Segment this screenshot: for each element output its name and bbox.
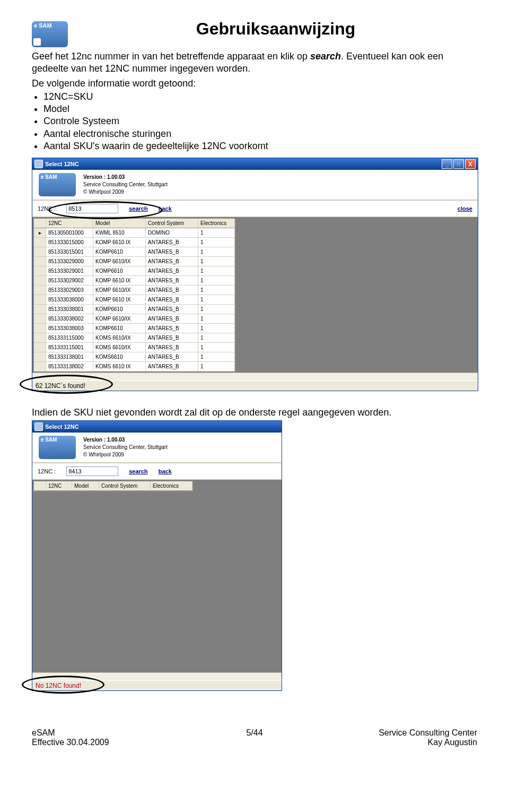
cell-sys: ANTARES_B (146, 286, 198, 295)
footer-left-1: eSAM (32, 728, 180, 738)
row-selector-icon[interactable] (34, 314, 46, 324)
col-header-model[interactable]: Model (93, 219, 146, 228)
row-selector-icon[interactable]: ▸ (34, 228, 46, 238)
info-bullet-list: 12NC=SKU Model Controle Systeem Aantal e… (43, 91, 477, 153)
cell-model: KOMP 6610/IX (93, 257, 146, 266)
cell-el: 1 (198, 247, 235, 257)
row-selector-icon[interactable] (34, 343, 46, 352)
cell-model: KOMP 6610 IX (93, 276, 146, 286)
row-selector-icon[interactable] (34, 286, 46, 295)
version-value: 1.00.03 (107, 174, 125, 180)
col-header-controlsystem[interactable]: Control System (99, 481, 151, 491)
intro-text-a: Geef het 12nc nummer in van het betreffe… (32, 51, 310, 62)
grid-header-row: 12NC Model Control System Electronics (34, 219, 235, 228)
col-header-electronics[interactable]: Electronics (151, 481, 192, 491)
cell-nc: 851333138002 (46, 362, 93, 372)
row-selector-icon[interactable] (34, 305, 46, 314)
table-row[interactable]: 851333015001KOMP6610ANTARES_B1 (34, 247, 235, 257)
footer-left-2: Effective 30.04.2009 (32, 738, 180, 747)
col-header-electronics[interactable]: Electronics (198, 219, 235, 228)
nc-label: 12NC : (38, 468, 56, 474)
cell-model: KOMP6610 (93, 324, 146, 333)
cell-sys: ANTARES_B (146, 305, 198, 314)
cell-sys: ANTARES_B (146, 324, 198, 333)
table-row[interactable]: 851333029001KOMP6610ANTARES_B1 (34, 266, 235, 276)
cell-el: 1 (198, 352, 235, 362)
back-link[interactable]: back (159, 205, 172, 212)
table-row[interactable]: 851333038002KOMP 6610/IXANTARES_B1 (34, 314, 235, 324)
page-footer: eSAM Effective 30.04.2009 5/44 Service C… (0, 723, 509, 768)
app-logo-icon: e SAM (39, 173, 76, 196)
cell-model: KOMP6610 (93, 266, 146, 276)
window-title: Select 12NC (45, 424, 279, 430)
cell-model: KOMS 6610 IX (93, 362, 146, 372)
col-header-12nc[interactable]: 12NC (46, 481, 72, 491)
table-row[interactable]: 851333029002KOMP 6610 IXANTARES_B1 (34, 276, 235, 286)
row-selector-icon[interactable] (34, 352, 46, 362)
cell-nc: 851333015001 (46, 247, 93, 257)
cell-sys: ANTARES_B (146, 257, 198, 266)
cell-sys: ANTARES_B (146, 314, 198, 324)
nc-input[interactable] (66, 204, 118, 213)
col-header-12nc[interactable]: 12NC (46, 219, 93, 228)
search-link[interactable]: search (129, 205, 147, 212)
cell-el: 1 (198, 266, 235, 276)
maximize-button[interactable]: □ (453, 159, 464, 169)
cell-model: KOMP 6610 IX (93, 295, 146, 305)
cell-sys: ANTARES_B (146, 238, 198, 247)
cell-nc: 851333038002 (46, 314, 93, 324)
cell-model: KOMS6610 (93, 352, 146, 362)
bullet-item: Aantal electronische sturingen (43, 128, 477, 140)
table-row[interactable]: 851333115000KOMS 6610/IXANTARES_B1 (34, 333, 235, 343)
cell-el: 1 (198, 333, 235, 343)
nc-input[interactable] (66, 467, 118, 476)
footer-page-number: 5/44 (180, 728, 329, 738)
row-selector-icon[interactable] (34, 266, 46, 276)
col-header-controlsystem[interactable]: Control System (146, 219, 198, 228)
col-header-model[interactable]: Model (72, 481, 99, 491)
page-title: Gebruiksaanwijzing (74, 19, 477, 39)
cell-el: 1 (198, 324, 235, 333)
table-row[interactable]: 851333015000KOMP 6610 IXANTARES_B1 (34, 238, 235, 247)
table-row[interactable]: 851333138002KOMS 6610 IXANTARES_B1 (34, 362, 235, 372)
table-row[interactable]: 851333138001KOMS6610ANTARES_B1 (34, 352, 235, 362)
cell-el: 1 (198, 238, 235, 247)
results-grid-empty: 12NC Model Control System Electronics (33, 481, 193, 491)
bullet-item: Aantal SKU's waarin de gedeeltelijke 12N… (43, 140, 477, 152)
close-link[interactable]: close (458, 205, 472, 212)
cell-sys: ANTARES_B (146, 276, 198, 286)
grid-header-row: 12NC Model Control System Electronics (34, 481, 192, 491)
cell-model: KWML 8510 (93, 228, 146, 238)
minimize-button[interactable]: _ (442, 159, 452, 169)
row-selector-icon[interactable] (34, 295, 46, 305)
results-grid: 12NC Model Control System Electronics ▸8… (33, 218, 235, 372)
cell-model: KOMP 6610/IX (93, 286, 146, 295)
row-selector-icon[interactable] (34, 324, 46, 333)
table-row[interactable]: 851333038003KOMP6610ANTARES_B1 (34, 324, 235, 333)
table-row[interactable]: 851333115001KOMS 6610/IXANTARES_B1 (34, 343, 235, 352)
cell-nc: 851333015000 (46, 238, 93, 247)
table-row[interactable]: 851333038000KOMP 6610 IXANTARES_B1 (34, 295, 235, 305)
row-selector-icon[interactable] (34, 362, 46, 372)
row-selector-icon[interactable] (34, 238, 46, 247)
close-button[interactable]: X (465, 159, 476, 169)
status-bar-none: No 12NC found! (32, 680, 282, 690)
cell-model: KOMP6610 (93, 305, 146, 314)
row-selector-icon[interactable] (34, 333, 46, 343)
table-row[interactable]: 851333029003KOMP 6610/IXANTARES_B1 (34, 286, 235, 295)
back-link[interactable]: back (159, 468, 172, 474)
table-row[interactable]: 851333038001KOMP6610ANTARES_B1 (34, 305, 235, 314)
app-window-2: Select 12NC e SAM Version : 1.00.03 Serv… (32, 420, 282, 691)
horizontal-scrollbar[interactable] (32, 672, 282, 680)
row-selector-icon[interactable] (34, 247, 46, 257)
search-link[interactable]: search (129, 468, 147, 474)
titlebar: Select 12NC (32, 421, 282, 433)
cell-el: 1 (198, 295, 235, 305)
table-row[interactable]: ▸851305001000KWML 8510DOMINO1 (34, 228, 235, 238)
row-selector-icon[interactable] (34, 276, 46, 286)
table-row[interactable]: 851333029000KOMP 6610/IXANTARES_B1 (34, 257, 235, 266)
cell-el: 1 (198, 305, 235, 314)
cell-el: 1 (198, 257, 235, 266)
horizontal-scrollbar[interactable] (32, 373, 478, 381)
row-selector-icon[interactable] (34, 257, 46, 266)
